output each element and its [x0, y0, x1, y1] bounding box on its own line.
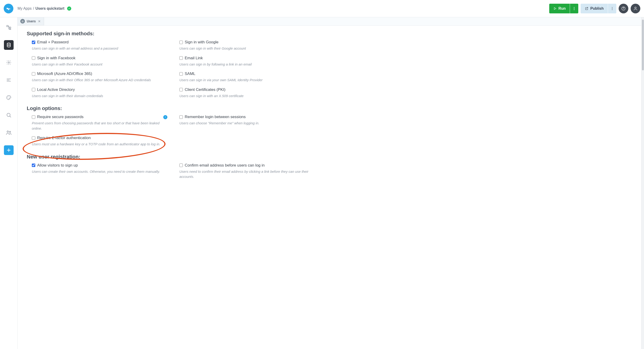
breadcrumb-current[interactable]: Users quickstart — [36, 7, 64, 11]
rail-item-add[interactable] — [4, 145, 14, 155]
svg-point-17 — [9, 96, 10, 97]
checkbox-allow-signup[interactable] — [32, 164, 35, 167]
opt-desc: Users can sign in via your own SAML Iden… — [180, 78, 310, 83]
opt-label: Confirm email address before users can l… — [185, 163, 265, 168]
checkbox-client-cert[interactable] — [180, 88, 183, 91]
opt-desc: Users need to confirm their email addres… — [180, 169, 310, 179]
opt-email-password: Email + Password Users can sign in with … — [32, 40, 170, 51]
users-icon — [21, 20, 24, 23]
svg-point-6 — [612, 10, 613, 10]
palette-icon — [6, 95, 12, 100]
gear-icon — [6, 60, 12, 65]
anvil-logo-icon — [6, 6, 11, 11]
play-icon — [554, 7, 556, 10]
opt-label: Email + Password — [37, 40, 69, 45]
checkbox-local-ad[interactable] — [32, 88, 35, 91]
opt-microsoft: Microsoft (Azure AD/Office 365) Users ca… — [32, 72, 170, 83]
tab-close-button[interactable]: ✕ — [38, 20, 41, 23]
opt-desc: Users can sign in by following a link in… — [180, 62, 310, 67]
opt-desc: Users can sign in with an email address … — [32, 46, 163, 51]
svg-point-22 — [22, 21, 22, 21]
checkbox-microsoft[interactable] — [32, 72, 35, 76]
opt-desc: Users can sign in with their Google acco… — [180, 46, 310, 51]
checkbox-email-password[interactable] — [32, 41, 35, 44]
checkbox-2fa[interactable] — [32, 136, 35, 140]
checkbox-saml[interactable] — [180, 72, 183, 76]
svg-point-20 — [7, 131, 8, 132]
scrollbar[interactable] — [641, 17, 644, 349]
run-button[interactable]: Run — [549, 4, 570, 13]
opt-label: Sign in with Facebook — [37, 56, 76, 61]
rail-item-users[interactable] — [4, 128, 14, 138]
more-vertical-icon — [612, 7, 613, 10]
checkbox-confirm-email[interactable] — [180, 164, 183, 167]
opt-label: Require secure passwords — [37, 115, 84, 119]
account-button[interactable] — [631, 4, 640, 13]
register-grid: Allow visitors to sign up Users can crea… — [32, 163, 632, 179]
svg-point-19 — [7, 113, 10, 117]
help-button[interactable] — [619, 4, 628, 13]
svg-point-16 — [8, 96, 8, 97]
database-icon — [6, 42, 12, 48]
opt-facebook: Sign in with Facebook Users can sign in … — [32, 56, 170, 67]
checkbox-google[interactable] — [180, 41, 183, 44]
checkbox-facebook[interactable] — [32, 56, 35, 60]
publish-button[interactable]: Publish — [580, 4, 608, 13]
svg-rect-10 — [7, 25, 8, 27]
checkbox-remember-login[interactable] — [180, 115, 183, 119]
app-logo[interactable] — [4, 4, 13, 13]
rail-item-data[interactable] — [4, 40, 14, 50]
help-icon — [621, 6, 626, 11]
svg-point-14 — [8, 62, 10, 63]
run-more-button[interactable] — [570, 4, 578, 13]
svg-rect-0 — [6, 8, 8, 9]
svg-point-21 — [9, 131, 10, 132]
opt-secure-passwords: Require secure passwords Prevent users f… — [32, 115, 170, 131]
opt-saml: SAML Users can sign in via your own SAML… — [180, 72, 318, 83]
plus-icon — [6, 148, 11, 153]
svg-point-18 — [10, 97, 10, 98]
main-scroll[interactable]: Supported sign-in methods: Email + Passw… — [18, 26, 641, 349]
svg-point-2 — [574, 8, 574, 9]
external-link-icon — [585, 7, 588, 10]
opt-label: Remember login between sessions — [185, 115, 246, 119]
autosave-ok-badge — [67, 7, 71, 11]
svg-rect-12 — [10, 29, 11, 30]
breadcrumb: My Apps / Users quickstart — [18, 7, 71, 11]
rail-item-settings[interactable] — [4, 58, 14, 67]
publish-more-button[interactable] — [608, 4, 616, 13]
svg-point-1 — [574, 7, 574, 8]
svg-point-3 — [574, 10, 574, 10]
login-grid: Require secure passwords Prevent users f… — [32, 115, 632, 147]
rail-item-app-browser[interactable] — [4, 23, 14, 32]
rail-item-search[interactable] — [4, 110, 14, 120]
svg-point-5 — [612, 8, 613, 9]
checkbox-secure-passwords[interactable] — [32, 115, 35, 119]
breadcrumb-parent[interactable]: My Apps — [18, 7, 32, 11]
opt-desc: Users must use a hardware key or a TOTP … — [32, 142, 163, 147]
signin-grid: Email + Password Users can sign in with … — [32, 40, 632, 99]
section-title-login: Login options: — [27, 105, 632, 111]
svg-point-24 — [165, 118, 165, 118]
scrollbar-thumb[interactable] — [642, 20, 644, 70]
svg-point-15 — [8, 97, 8, 98]
tab-users[interactable]: Users ✕ — [18, 17, 44, 25]
tree-icon — [6, 25, 12, 30]
tab-icon — [20, 19, 25, 24]
opt-label: Local Active Directory — [37, 87, 75, 92]
topbar-actions: Run Publish — [549, 4, 640, 13]
svg-point-23 — [23, 21, 24, 21]
svg-point-4 — [612, 7, 613, 8]
opt-local-ad: Local Active Directory Users can sign in… — [32, 87, 170, 99]
checkbox-email-link[interactable] — [180, 56, 183, 60]
opt-label: Allow visitors to sign up — [37, 163, 78, 168]
opt-remember-login: Remember login between sessions Users ca… — [180, 115, 318, 131]
section-title-register: New user registration: — [27, 154, 632, 160]
opt-label: Client Certificates (PKI) — [185, 87, 226, 92]
search-icon — [6, 112, 12, 118]
opt-allow-signup: Allow visitors to sign up Users can crea… — [32, 163, 170, 179]
help-tooltip-button[interactable] — [163, 115, 168, 119]
rail-item-outline[interactable] — [4, 75, 14, 85]
run-button-label: Run — [558, 7, 566, 11]
rail-item-theme[interactable] — [4, 93, 14, 102]
